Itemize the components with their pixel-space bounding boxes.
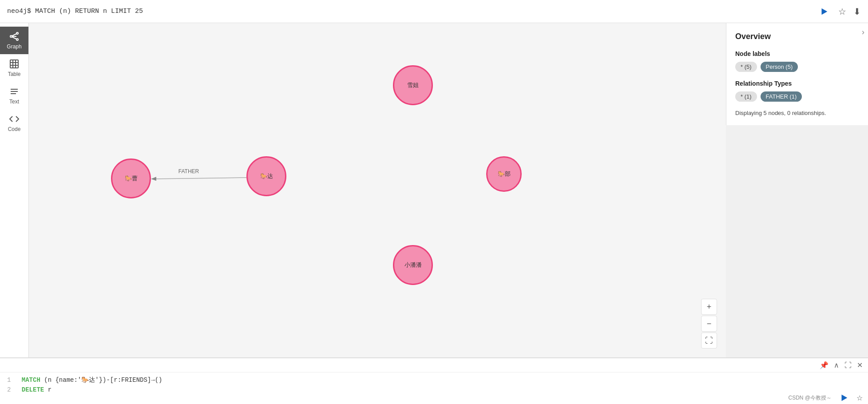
svg-marker-16 bbox=[842, 395, 848, 401]
line2-rest: r bbox=[48, 386, 52, 392]
kw-delete: DELETE bbox=[22, 386, 44, 392]
editor-content[interactable]: 1 MATCH (n {name:'🐎达'})-[r:FRIENDS]→() 2… bbox=[0, 372, 868, 392]
line-num-2: 2 bbox=[7, 386, 11, 392]
right-panel-wrapper: › Overview Node labels * (5) Person (5) … bbox=[726, 23, 868, 357]
kw-match: MATCH bbox=[22, 376, 40, 384]
svg-line-5 bbox=[12, 37, 16, 39]
node-da[interactable]: 🐎达 bbox=[246, 156, 286, 196]
node-label-badges: * (5) Person (5) bbox=[735, 62, 859, 72]
node-labels-heading: Node labels bbox=[735, 50, 859, 57]
node-xpan-label: 小潘潘 bbox=[404, 261, 422, 269]
editor-line-1: 1 MATCH (n {name:'🐎达'})-[r:FRIENDS]→() bbox=[7, 375, 861, 385]
node-bu[interactable]: 🐎部 bbox=[486, 156, 522, 192]
editor-star-button[interactable]: ☆ bbox=[856, 394, 863, 402]
line1-rest: (n {name:'🐎达'})-[r:FRIENDS]→() bbox=[44, 376, 162, 384]
star-button[interactable]: ☆ bbox=[838, 6, 846, 17]
svg-marker-0 bbox=[822, 8, 828, 15]
graph-canvas[interactable]: FATHER 雪姐 🐎曹 🐎达 🐎部 小潘潘 + − ⛶ bbox=[29, 23, 726, 357]
editor-run-button[interactable] bbox=[837, 391, 851, 404]
bottom-editor: 📌 ∧ ⛶ ✕ 1 MATCH (n {name:'🐎达'})-[r:FRIEN… bbox=[0, 357, 868, 404]
node-xue-label: 雪姐 bbox=[407, 82, 419, 89]
zoom-controls: + − ⛶ bbox=[701, 299, 717, 349]
node-bu-label: 🐎部 bbox=[498, 170, 511, 178]
download-button[interactable]: ⬇ bbox=[853, 6, 861, 17]
svg-point-2 bbox=[16, 32, 18, 34]
svg-rect-7 bbox=[10, 60, 18, 68]
editor-close-button[interactable]: ✕ bbox=[857, 361, 863, 369]
node-cao-label: 🐎曹 bbox=[125, 175, 138, 182]
sidebar-code-label: Code bbox=[8, 126, 21, 132]
node-xpan[interactable]: 小潘潘 bbox=[393, 245, 433, 285]
editor-fullscreen-button[interactable]: ⛶ bbox=[844, 361, 852, 369]
rel-types-heading: Relationship Types bbox=[735, 80, 859, 87]
svg-line-15 bbox=[152, 178, 246, 179]
edge-label: FATHER bbox=[178, 168, 199, 174]
sidebar-graph-label: Graph bbox=[7, 44, 21, 50]
badge-person-nodes[interactable]: Person (5) bbox=[761, 62, 798, 72]
expand-panel-button[interactable]: › bbox=[862, 28, 864, 37]
svg-point-3 bbox=[16, 39, 18, 40]
node-cao[interactable]: 🐎曹 bbox=[111, 158, 151, 198]
sidebar: Graph Table Text Code bbox=[0, 23, 29, 357]
editor-expand-up-button[interactable]: ∧ bbox=[834, 361, 839, 369]
panel-title: Overview bbox=[735, 32, 859, 41]
badge-all-rels[interactable]: * (1) bbox=[735, 91, 757, 102]
sidebar-item-text[interactable]: Text bbox=[0, 82, 28, 109]
badge-father-rels[interactable]: FATHER (1) bbox=[761, 91, 802, 102]
svg-line-4 bbox=[12, 34, 16, 36]
node-xue[interactable]: 雪姐 bbox=[393, 65, 433, 105]
editor-toolbar: 📌 ∧ ⛶ ✕ bbox=[0, 358, 868, 372]
rel-type-badges: * (1) FATHER (1) bbox=[735, 91, 859, 102]
svg-point-1 bbox=[10, 36, 12, 37]
sidebar-item-code[interactable]: Code bbox=[0, 109, 28, 137]
status-text: Displaying 5 nodes, 0 relationships. bbox=[735, 110, 859, 116]
zoom-out-button[interactable]: − bbox=[701, 316, 717, 332]
top-bar: neo4j$ MATCH (n) RETURN n LIMIT 25 ☆ ⬇ bbox=[0, 0, 868, 23]
editor-bottom: CSDN @今教授～ ☆ bbox=[0, 392, 868, 404]
bottom-info: CSDN @今教授～ bbox=[788, 394, 832, 402]
top-actions: ☆ ⬇ bbox=[817, 4, 861, 19]
sidebar-item-graph[interactable]: Graph bbox=[0, 27, 28, 54]
right-panel: › Overview Node labels * (5) Person (5) … bbox=[726, 23, 868, 125]
zoom-in-button[interactable]: + bbox=[701, 299, 717, 315]
zoom-fit-button[interactable]: ⛶ bbox=[701, 333, 717, 349]
badge-all-nodes[interactable]: * (5) bbox=[735, 62, 757, 72]
query-text: neo4j$ MATCH (n) RETURN n LIMIT 25 bbox=[7, 8, 817, 15]
editor-pin-button[interactable]: 📌 bbox=[820, 361, 828, 369]
editor-line-2: 2 DELETE r bbox=[7, 385, 861, 392]
sidebar-text-label: Text bbox=[9, 99, 19, 105]
sidebar-table-label: Table bbox=[8, 71, 21, 77]
main-area: Graph Table Text Code bbox=[0, 23, 868, 357]
node-da-label: 🐎达 bbox=[260, 173, 273, 180]
run-button[interactable] bbox=[817, 4, 831, 19]
sidebar-item-table[interactable]: Table bbox=[0, 54, 28, 82]
line-num-1: 1 bbox=[7, 376, 11, 384]
